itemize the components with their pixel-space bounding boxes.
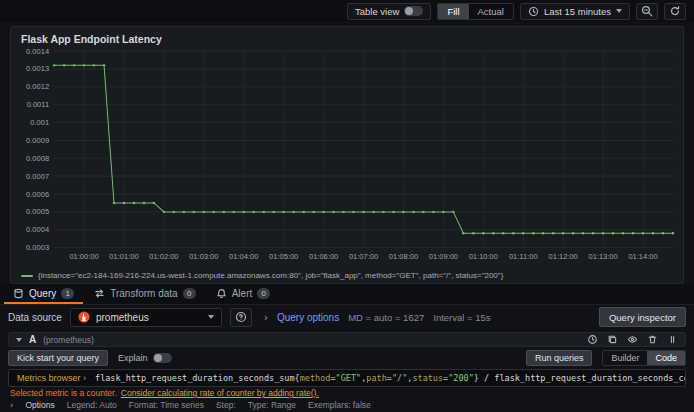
options-exemplars: Exemplars: false [308, 400, 371, 410]
latency-chart: 0.00140.00130.00120.00110.0010.00090.000… [18, 45, 676, 269]
svg-text:01:00:00: 01:00:00 [69, 252, 98, 261]
tab-alert[interactable]: Alert 0 [207, 284, 280, 304]
chevron-down-icon [616, 9, 622, 13]
svg-text:0.0005: 0.0005 [26, 207, 49, 216]
builder-code-group: Builder Code [602, 350, 686, 366]
latency-chart-svg: 0.00140.00130.00120.00110.0010.00090.000… [18, 45, 676, 262]
tab-transform-count: 0 [183, 288, 196, 299]
transform-icon [94, 288, 105, 299]
svg-text:01:01:00: 01:01:00 [109, 252, 138, 261]
svg-text:01:07:00: 01:07:00 [349, 252, 378, 261]
svg-text:01:08:00: 01:08:00 [389, 252, 418, 261]
editor-tabs: Query 1 Transform data 0 Alert 0 [0, 284, 694, 305]
datasource-help-button[interactable] [230, 308, 252, 327]
svg-text:01:09:00: 01:09:00 [429, 252, 458, 261]
svg-text:01:06:00: 01:06:00 [309, 252, 338, 261]
legend-swatch [21, 275, 33, 277]
query-options-toggle[interactable]: › Query options MD = auto = 1627 Interva… [264, 312, 491, 323]
datasource-name: prometheus [96, 312, 202, 323]
tab-alert-count: 0 [257, 288, 270, 299]
history-icon[interactable] [587, 334, 598, 345]
warning-text: Selected metric is a counter. [10, 388, 117, 398]
table-view-toggle[interactable]: Table view [347, 3, 431, 20]
panel-title: Flask App Endpoint Latency [18, 32, 676, 45]
zoom-out-button[interactable] [636, 3, 658, 20]
svg-text:01:03:00: 01:03:00 [189, 252, 218, 261]
svg-text:0.0008: 0.0008 [26, 154, 49, 163]
chevron-right-icon: › [10, 400, 13, 410]
clock-icon [528, 6, 539, 17]
prometheus-icon [78, 311, 90, 323]
copy-icon[interactable] [607, 334, 618, 345]
zoom-out-icon [641, 5, 653, 17]
promql-query-text[interactable]: flask_http_request_duration_seconds_sum{… [95, 373, 686, 383]
tab-query-count: 1 [61, 288, 74, 299]
svg-text:01:05:00: 01:05:00 [269, 252, 298, 261]
options-format: Format: Time series [129, 400, 204, 410]
tab-query-label: Query [29, 288, 56, 299]
tab-transform-data[interactable]: Transform data 0 [85, 284, 204, 304]
datasource-picker[interactable]: prometheus [70, 308, 222, 327]
tab-query[interactable]: Query 1 [4, 284, 83, 304]
code-option[interactable]: Code [647, 351, 685, 365]
table-view-switch[interactable] [404, 6, 423, 16]
legend-series-label[interactable]: {instance="ec2-184-169-216-224.us-west-1… [38, 271, 503, 280]
tab-alert-label: Alert [232, 288, 253, 299]
drag-handle[interactable] [667, 334, 678, 345]
svg-text:0.0007: 0.0007 [26, 172, 49, 181]
svg-text:01:10:00: 01:10:00 [469, 252, 498, 261]
warning-rate-link[interactable]: Consider calculating rate of counter by … [121, 388, 319, 398]
counter-warning: Selected metric is a counter. Consider c… [8, 387, 686, 398]
svg-text:0.0013: 0.0013 [26, 64, 49, 73]
svg-text:01:13:00: 01:13:00 [588, 252, 617, 261]
explain-switch[interactable] [153, 353, 172, 363]
metrics-browser-button[interactable]: Metrics browser › [17, 373, 86, 383]
query-options-md: MD = auto = 1627 [348, 312, 424, 323]
tab-transform-label: Transform data [110, 288, 177, 299]
time-range-label: Last 15 minutes [544, 6, 611, 17]
table-view-label: Table view [355, 6, 399, 17]
query-options-label: Query options [277, 312, 339, 323]
explain-toggle[interactable]: Explain [118, 353, 172, 363]
svg-text:01:12:00: 01:12:00 [549, 252, 578, 261]
eye-icon[interactable] [627, 334, 638, 345]
refresh-button[interactable] [664, 3, 686, 20]
query-inspector-button[interactable]: Query inspector [599, 307, 686, 327]
builder-option[interactable]: Builder [603, 351, 647, 365]
svg-text:0.0012: 0.0012 [26, 82, 49, 91]
svg-text:0.001: 0.001 [30, 118, 49, 127]
chart-legend: {instance="ec2-184-169-216-224.us-west-1… [18, 269, 676, 282]
svg-text:0.0004: 0.0004 [26, 225, 49, 234]
svg-text:01:14:00: 01:14:00 [628, 252, 657, 261]
svg-text:0.0011: 0.0011 [27, 100, 49, 109]
explain-label: Explain [118, 353, 148, 363]
svg-text:0.0003: 0.0003 [26, 243, 49, 252]
fill-option[interactable]: Fill [438, 4, 468, 19]
query-row-header[interactable]: A (prometheus) [8, 332, 686, 347]
editor-toolbar: Table view Fill Actual Last 15 minutes [0, 0, 694, 22]
chevron-right-icon: › [264, 312, 268, 323]
options-step: Step: [216, 400, 236, 410]
trash-icon[interactable] [647, 334, 658, 345]
chevron-down-icon [208, 315, 214, 319]
query-toolbar: Kick start your query Explain Run querie… [8, 350, 686, 366]
time-range-picker[interactable]: Last 15 minutes [520, 3, 630, 20]
svg-text:01:11:00: 01:11:00 [509, 252, 538, 261]
datasource-label: Data source [8, 312, 62, 323]
options-title[interactable]: Options [25, 400, 54, 410]
run-queries-button[interactable]: Run queries [526, 350, 593, 366]
query-editor-section: A (prometheus) Kick start your query Exp… [0, 329, 694, 411]
svg-text:0.0009: 0.0009 [26, 136, 49, 145]
query-row-actions [587, 334, 678, 345]
fill-actual-group: Fill Actual [437, 3, 514, 20]
query-code-editor[interactable]: Metrics browser › flask_http_request_dur… [8, 369, 686, 387]
svg-text:0.0006: 0.0006 [26, 190, 49, 199]
svg-text:01:02:00: 01:02:00 [149, 252, 178, 261]
kick-start-query-button[interactable]: Kick start your query [8, 350, 108, 366]
query-ref-id: A [29, 334, 36, 345]
query-options-summary[interactable]: › Options Legend: Auto Format: Time seri… [8, 398, 686, 411]
svg-text:01:04:00: 01:04:00 [229, 252, 258, 261]
collapse-caret-icon[interactable] [16, 338, 22, 342]
actual-option[interactable]: Actual [469, 4, 513, 19]
datasource-row: Data source prometheus › Query options M… [0, 305, 694, 329]
